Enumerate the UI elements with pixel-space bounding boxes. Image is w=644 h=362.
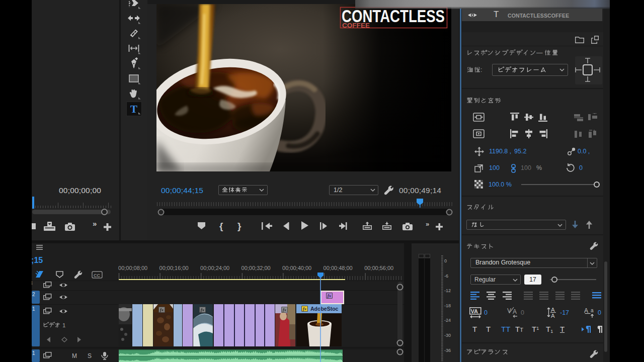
svg-text:A: A [551,313,555,319]
svg-text:}: } [237,221,242,231]
svg-text:A: A [551,307,555,313]
svg-text:CC: CC [94,273,100,278]
svg-text:»: » [93,219,97,228]
svg-text:{: { [219,221,223,231]
svg-text:COFFEE: COFFEE [342,22,370,29]
svg-text:VA: VA [471,308,478,314]
svg-text:A: A [513,308,517,315]
svg-text:S: S [88,352,92,359]
svg-text:M: M [72,352,77,359]
svg-text:a: a [591,308,594,313]
svg-text:T: T [130,103,137,115]
svg-text:»: » [426,220,429,228]
